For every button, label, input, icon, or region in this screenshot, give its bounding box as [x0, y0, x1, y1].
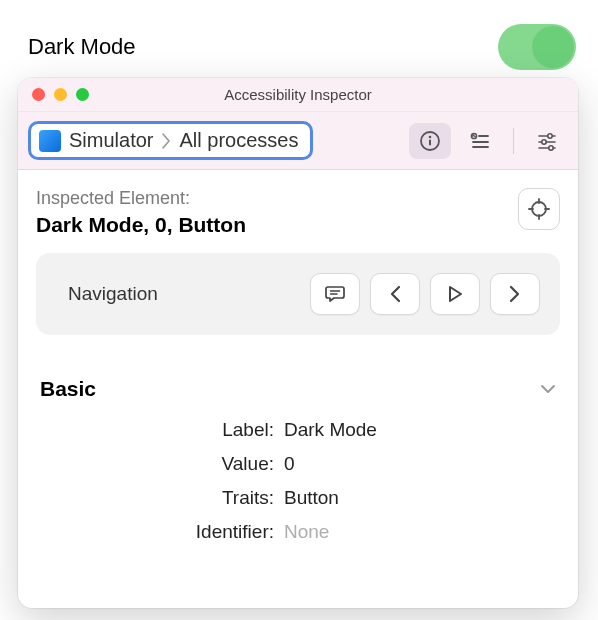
basic-identifier-row: Identifier: None [36, 515, 560, 549]
svg-point-13 [532, 202, 546, 216]
basic-traits-value: Button [284, 487, 339, 509]
basic-traits-row: Traits: Button [36, 481, 560, 515]
basic-identifier-value: None [284, 521, 329, 543]
basic-value-row: Value: 0 [36, 447, 560, 481]
background-setting-row: Dark Mode [0, 0, 598, 88]
close-window-button[interactable] [32, 88, 45, 101]
basic-label-row: Label: Dark Mode [36, 413, 560, 447]
basic-label-value: Dark Mode [284, 419, 377, 441]
setting-label: Dark Mode [28, 34, 136, 60]
basic-label-key: Label: [36, 419, 284, 441]
navigation-card: Navigation [36, 253, 560, 335]
window-titlebar[interactable]: Accessibility Inspector [18, 78, 578, 112]
target-process-label: All processes [179, 129, 298, 152]
simulator-app-icon [39, 130, 61, 152]
svg-point-12 [549, 145, 553, 149]
inspector-window: Accessibility Inspector Simulator All pr… [18, 78, 578, 608]
info-icon [419, 130, 441, 152]
inspector-content: Inspected Element: Dark Mode, 0, Button … [18, 170, 578, 549]
chevron-right-icon [508, 285, 522, 303]
inspected-element-header: Inspected Element: Dark Mode, 0, Button [36, 188, 560, 237]
inspection-target-selector[interactable]: Simulator All processes [28, 121, 313, 160]
navigation-title: Navigation [56, 283, 158, 305]
auto-navigate-button[interactable] [430, 273, 480, 315]
target-element-button[interactable] [518, 188, 560, 230]
window-controls [18, 88, 89, 101]
speak-element-button[interactable] [310, 273, 360, 315]
play-icon [446, 285, 464, 303]
svg-rect-2 [429, 139, 431, 145]
chevron-down-icon [540, 383, 556, 395]
speech-bubble-icon [324, 284, 346, 304]
basic-section-title: Basic [40, 377, 96, 401]
basic-identifier-key: Identifier: [36, 521, 284, 543]
basic-traits-key: Traits: [36, 487, 284, 509]
basic-value-value: 0 [284, 453, 295, 475]
navigation-buttons [310, 273, 540, 315]
previous-element-button[interactable] [370, 273, 420, 315]
target-app-label: Simulator [69, 129, 153, 152]
inspected-element-description: Dark Mode, 0, Button [36, 213, 246, 237]
basic-value-key: Value: [36, 453, 284, 475]
next-element-button[interactable] [490, 273, 540, 315]
basic-section: Basic Label: Dark Mode Value: 0 Traits: … [36, 377, 560, 549]
zoom-window-button[interactable] [76, 88, 89, 101]
svg-point-8 [548, 133, 552, 137]
inspected-element-heading: Inspected Element: [36, 188, 246, 209]
svg-point-1 [429, 135, 432, 138]
chevron-right-icon [161, 133, 171, 149]
audit-list-icon [469, 130, 491, 152]
minimize-window-button[interactable] [54, 88, 67, 101]
audit-mode-button[interactable] [459, 123, 501, 159]
basic-section-header[interactable]: Basic [36, 377, 560, 413]
toggle-knob [532, 26, 574, 68]
toolbar: Simulator All processes [18, 112, 578, 170]
window-title: Accessibility Inspector [18, 86, 578, 103]
svg-point-10 [542, 139, 546, 143]
settings-button[interactable] [526, 123, 568, 159]
dark-mode-toggle[interactable] [498, 24, 576, 70]
chevron-left-icon [388, 285, 402, 303]
inspection-mode-button[interactable] [409, 123, 451, 159]
crosshair-icon [528, 198, 550, 220]
toolbar-divider [513, 128, 514, 154]
sliders-icon [536, 130, 558, 152]
